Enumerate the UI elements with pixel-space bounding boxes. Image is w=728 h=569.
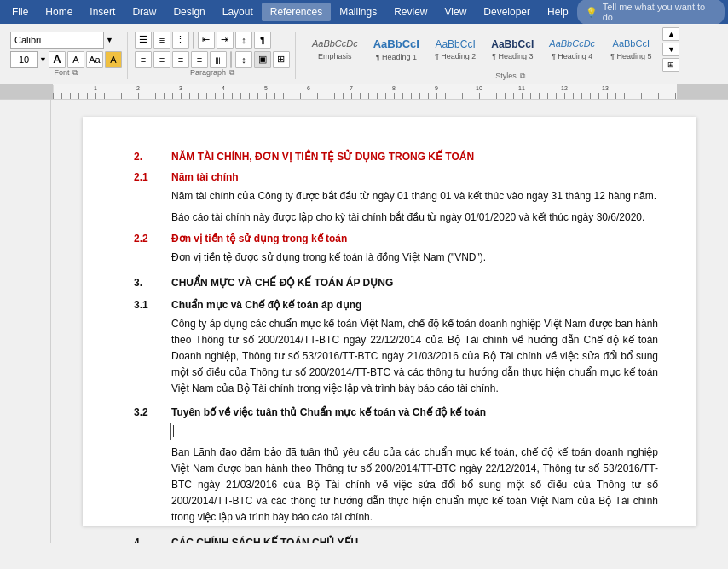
subsection-2-1-title: Năm tài chính: [171, 170, 239, 185]
font-shrink-button[interactable]: A: [67, 51, 84, 68]
show-marks-button[interactable]: ¶: [254, 32, 271, 49]
document-page: 2. NĂM TÀI CHÍNH, ĐƠN VỊ TIỀN TỆ SỬ DỤNG…: [83, 117, 696, 526]
style-heading2[interactable]: AaBbCcI ¶ Heading 2: [429, 27, 482, 72]
styles-group: AaBbCcDc Emphasis AaBbCcI ¶ Heading 1 Aa…: [298, 27, 723, 83]
lightbulb-icon: 💡: [586, 7, 598, 18]
section-4-num: 4.: [134, 535, 158, 543]
subsection-3-1: 3.1 Chuẩn mực và Chế độ kế toán áp dụng: [134, 297, 658, 313]
styles-scroll-up[interactable]: ▲: [662, 27, 679, 41]
style-heading3-label: ¶ Heading 3: [492, 52, 533, 60]
styles-scroll-down[interactable]: ▼: [662, 43, 679, 56]
menu-layout[interactable]: Layout: [214, 3, 262, 21]
style-heading4[interactable]: AaBbCcDc ¶ Heading 4: [543, 27, 601, 72]
section-2-num: 2.: [134, 149, 158, 164]
paragraph-group-label: Paragraph: [190, 68, 226, 78]
search-placeholder: Tell me what you want to do: [603, 2, 716, 22]
align-left-button[interactable]: ≡: [135, 51, 152, 68]
menu-help[interactable]: Help: [539, 3, 577, 21]
increase-indent-button[interactable]: ⇥: [217, 32, 234, 49]
paragraph-group: ☰ ≡ ⋮ ⇤ ⇥ ↕ ¶ ≡ ≡ ≡ ≡ ⫼ ↕ ▣ ⊞ Par: [130, 32, 296, 79]
style-heading2-label: ¶ Heading 2: [435, 52, 476, 60]
para-2-2-1: Đơn vị tiền tệ được sử dụng trong kế toá…: [171, 250, 658, 266]
font-case-button[interactable]: Aa: [86, 51, 103, 68]
menu-design[interactable]: Design: [165, 3, 213, 21]
decrease-indent-button[interactable]: ⇤: [198, 32, 215, 49]
section-3-num: 3.: [134, 275, 158, 290]
menu-references[interactable]: References: [262, 3, 331, 21]
borders-button[interactable]: ⊞: [273, 51, 290, 68]
document-area[interactable]: 2. NĂM TÀI CHÍNH, ĐƠN VỊ TIỀN TỆ SỬ DỤNG…: [51, 100, 728, 543]
style-heading1-label: ¶ Heading 1: [376, 53, 417, 61]
subsection-3-2-title: Tuyên bố về việc tuân thủ Chuẩn mực kế t…: [171, 405, 486, 420]
highlight-button[interactable]: A: [105, 51, 122, 68]
column-layout-button[interactable]: ⫼: [210, 51, 227, 68]
cursor-bar: [173, 425, 174, 437]
menu-draw[interactable]: Draw: [124, 3, 165, 21]
para-3-2-cursor: [170, 423, 658, 440]
subsection-3-2-num: 3.2: [134, 405, 158, 420]
menu-developer[interactable]: Developer: [475, 3, 539, 21]
styles-group-label: Styles: [495, 72, 517, 81]
style-emphasis-preview: AaBbCcDc: [312, 38, 358, 49]
section-3-text: CHUẨN MỰC VÀ CHẾ ĐỘ KẾ TOÁN ÁP DỤNG: [171, 275, 393, 290]
font-size-input[interactable]: [10, 51, 38, 68]
style-heading2-preview: AaBbCcI: [435, 38, 475, 50]
shading-button[interactable]: ▣: [254, 51, 271, 68]
menu-review[interactable]: Review: [385, 3, 436, 21]
section-2-text: NĂM TÀI CHÍNH, ĐƠN VỊ TIỀN TỆ SỬ DỤNG TR…: [171, 149, 474, 164]
style-heading4-label: ¶ Heading 4: [552, 52, 592, 60]
menu-file[interactable]: File: [3, 3, 37, 21]
styles-more[interactable]: ⊞: [662, 58, 679, 72]
line-spacing-button[interactable]: ↕: [235, 51, 252, 68]
subsection-2-2-num: 2.2: [134, 231, 158, 246]
font-grow-button[interactable]: A: [49, 51, 66, 68]
section-4-title: 4. CÁC CHÍNH SÁCH KẾ TOÁN CHỦ YẾU: [134, 535, 658, 543]
subsection-2-2: 2.2 Đơn vị tiền tệ sử dụng trong kế toán: [134, 231, 658, 246]
menu-mailings[interactable]: Mailings: [331, 3, 385, 21]
style-heading5-label: ¶ Heading 5: [610, 52, 651, 60]
left-panel: [0, 100, 51, 543]
style-heading3-preview: AaBbCcI: [491, 38, 534, 50]
search-bar[interactable]: 💡 Tell me what you want to do: [577, 0, 725, 25]
subsection-3-1-title: Chuẩn mực và Chế độ kế toán áp dụng: [171, 297, 361, 313]
para-3-1-1: Công ty áp dụng các chuẩn mực kế toán Vi…: [171, 316, 658, 398]
font-name-input[interactable]: [10, 32, 104, 49]
subsection-3-2: 3.2 Tuyên bố về việc tuân thủ Chuẩn mực …: [134, 405, 658, 420]
sort-button[interactable]: ↕: [235, 32, 252, 49]
para-2-1-2: Báo cáo tài chính này được lập cho kỳ tà…: [171, 210, 658, 226]
bullet-list-button[interactable]: ☰: [135, 32, 152, 49]
style-emphasis-label: Emphasis: [318, 52, 352, 60]
ribbon-row1: ▼ ▼ A A Aa A Font ⧉ ☰ ≡ ⋮ ⇤ ⇥: [0, 24, 728, 84]
ruler: // handled inline below 1 2 3 4 5 6 7 8 …: [0, 84, 728, 100]
styles-group-expand[interactable]: ⧉: [520, 72, 525, 81]
menu-view[interactable]: View: [436, 3, 476, 21]
style-heading1-preview: AaBbCcI: [373, 37, 419, 51]
menu-home[interactable]: Home: [37, 3, 81, 21]
subsection-2-2-title: Đơn vị tiền tệ sử dụng trong kế toán: [171, 231, 347, 246]
justify-button[interactable]: ≡: [191, 51, 208, 68]
style-heading5[interactable]: AaBbCcI ¶ Heading 5: [604, 27, 657, 72]
section-2-title: 2. NĂM TÀI CHÍNH, ĐƠN VỊ TIỀN TỆ SỬ DỤNG…: [134, 149, 658, 164]
font-name-dropdown-icon[interactable]: ▼: [106, 36, 113, 44]
subsection-2-1: 2.1 Năm tài chính: [134, 170, 658, 185]
section-4-text: CÁC CHÍNH SÁCH KẾ TOÁN CHỦ YẾU: [171, 535, 358, 543]
section-3-title: 3. CHUẨN MỰC VÀ CHẾ ĐỘ KẾ TOÁN ÁP DỤNG: [134, 275, 658, 290]
style-heading5-preview: AaBbCcI: [613, 38, 650, 49]
menu-bar: File Home Insert Draw Design Layout Refe…: [0, 0, 728, 24]
font-group-label: Font: [54, 68, 69, 78]
font-size-dropdown-icon[interactable]: ▼: [39, 55, 47, 64]
main-area: 2. NĂM TÀI CHÍNH, ĐƠN VỊ TIỀN TỆ SỬ DỤNG…: [0, 100, 728, 543]
align-center-button[interactable]: ≡: [153, 51, 170, 68]
para-3-2-1: Ban Lãnh đạo đảm bảo đã tuân thủ yêu cầu…: [171, 445, 658, 526]
menu-insert[interactable]: Insert: [81, 3, 124, 21]
paragraph-group-expand[interactable]: ⧉: [229, 68, 234, 78]
align-right-button[interactable]: ≡: [172, 51, 189, 68]
font-group-expand[interactable]: ⧉: [72, 68, 78, 78]
style-heading4-preview: AaBbCcDc: [549, 38, 595, 49]
style-emphasis[interactable]: AaBbCcDc Emphasis: [306, 27, 364, 72]
numbered-list-button[interactable]: ≡: [153, 32, 170, 49]
subsection-2-1-num: 2.1: [134, 170, 158, 185]
multilevel-list-button[interactable]: ⋮: [172, 32, 189, 49]
style-heading3[interactable]: AaBbCcI ¶ Heading 3: [485, 27, 540, 72]
style-heading1[interactable]: AaBbCcI ¶ Heading 1: [367, 27, 425, 72]
